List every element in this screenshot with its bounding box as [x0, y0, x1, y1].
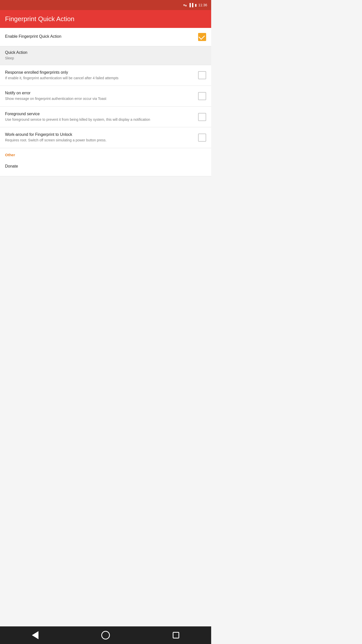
- notify-on-error-subtitle: Show message on fingerprint authenticati…: [5, 96, 194, 101]
- donate-item[interactable]: Donate: [0, 159, 211, 176]
- wifi-icon: ▾▴: [183, 3, 187, 7]
- signal-icon: ▐▐: [188, 3, 193, 7]
- status-bar: ▾▴ ▐▐ ▮ 11:36: [0, 0, 211, 10]
- response-enrolled-checkbox[interactable]: [198, 71, 206, 79]
- app-header: Fingerprint Quick Action: [0, 10, 211, 28]
- response-enrolled-subtitle: If enable it, fingerprint authentication…: [5, 76, 194, 81]
- response-enrolled-item[interactable]: Response enrolled fingerprints only If e…: [0, 65, 211, 86]
- enable-fingerprint-item[interactable]: Enable Fingerprint Quick Action: [0, 28, 211, 46]
- status-bar-icons: ▾▴ ▐▐ ▮ 11:36: [183, 3, 207, 7]
- page-title: Fingerprint Quick Action: [5, 15, 74, 23]
- foreground-service-checkbox[interactable]: [198, 113, 206, 121]
- foreground-service-title: Foreground service: [5, 112, 194, 116]
- enable-fingerprint-title: Enable Fingerprint Quick Action: [5, 34, 194, 39]
- response-enrolled-content: Response enrolled fingerprints only If e…: [5, 70, 198, 81]
- workaround-fingerprint-content: Work-around for Fingerprint to Unlock Re…: [5, 132, 198, 143]
- enable-fingerprint-checkbox[interactable]: [198, 33, 206, 41]
- workaround-fingerprint-item[interactable]: Work-around for Fingerprint to Unlock Re…: [0, 127, 211, 148]
- donate-title: Donate: [5, 164, 206, 169]
- workaround-fingerprint-subtitle: Requires root. Switch off screen simulat…: [5, 138, 194, 143]
- other-section-label: Other: [0, 148, 211, 159]
- notify-on-error-title: Notify on error: [5, 91, 194, 95]
- response-enrolled-title: Response enrolled fingerprints only: [5, 70, 194, 75]
- settings-list: Enable Fingerprint Quick Action Quick Ac…: [0, 28, 211, 176]
- enable-fingerprint-content: Enable Fingerprint Quick Action: [5, 34, 198, 40]
- foreground-service-content: Foreground service Use foreground servic…: [5, 112, 198, 122]
- workaround-fingerprint-checkbox[interactable]: [198, 134, 206, 142]
- battery-icon: ▮: [195, 3, 197, 7]
- quick-action-title: Quick Action: [5, 50, 206, 55]
- quick-action-subtitle: Sleep: [5, 56, 206, 61]
- notify-on-error-content: Notify on error Show message on fingerpr…: [5, 91, 198, 101]
- time-display: 11:36: [198, 3, 207, 7]
- quick-action-section[interactable]: Quick Action Sleep: [0, 46, 211, 65]
- notify-on-error-item[interactable]: Notify on error Show message on fingerpr…: [0, 86, 211, 107]
- foreground-service-subtitle: Use foreground service to prevent it fro…: [5, 117, 194, 122]
- workaround-fingerprint-title: Work-around for Fingerprint to Unlock: [5, 132, 194, 137]
- foreground-service-item[interactable]: Foreground service Use foreground servic…: [0, 107, 211, 128]
- notify-on-error-checkbox[interactable]: [198, 92, 206, 100]
